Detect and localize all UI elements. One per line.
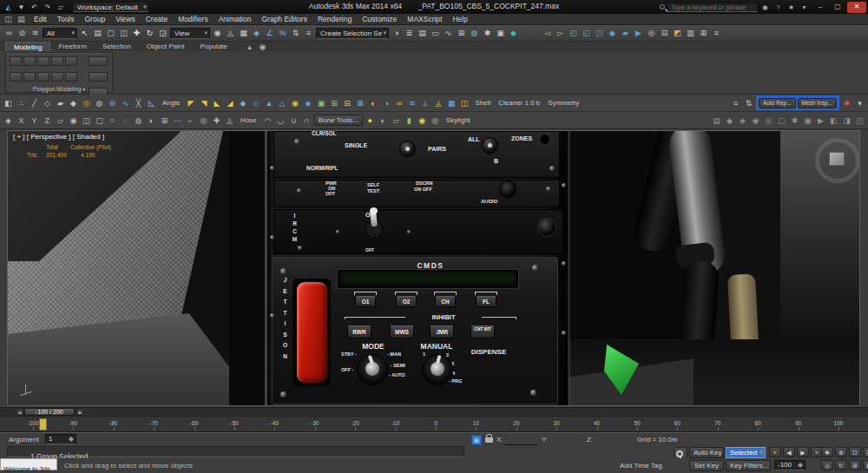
toolbar-overflow-icon[interactable]: ▾: [853, 96, 866, 110]
time-slider-handle[interactable]: -100 / 200: [24, 408, 75, 416]
bind-to-space-warp-icon[interactable]: ≋: [29, 26, 42, 40]
select-and-rotate-icon[interactable]: ↻: [143, 26, 156, 40]
select-by-half-icon[interactable]: ◫: [457, 96, 470, 110]
flip-normals-icon[interactable]: ⇅: [742, 96, 755, 110]
keyboard-override-icon[interactable]: ▦: [237, 26, 250, 40]
mirror-icon[interactable]: ◑: [390, 26, 403, 40]
sweep-tool-icon[interactable]: ◠: [261, 114, 274, 128]
edit-named-selection-sets-icon[interactable]: ≡: [302, 26, 315, 40]
fence-region-icon[interactable]: ▢: [93, 114, 106, 128]
swift-loop-icon[interactable]: ⊜: [106, 96, 119, 110]
lathe-tool-icon[interactable]: ∪: [287, 114, 300, 128]
redo-view-change-icon[interactable]: ▻: [554, 26, 567, 40]
quick-slice-icon[interactable]: ╳: [132, 96, 145, 110]
ribbon-tab-selection[interactable]: Selection: [95, 42, 139, 51]
effects-icon[interactable]: ✱: [788, 114, 801, 128]
massfx-world-icon[interactable]: ◳: [593, 26, 606, 40]
pan-view-button[interactable]: ✚: [821, 447, 833, 457]
rectangular-selection-region-icon[interactable]: ▢: [104, 26, 117, 40]
viewport-layout-button[interactable]: ▣: [863, 460, 868, 470]
redo-icon[interactable]: ↷: [41, 1, 54, 14]
render-production-icon[interactable]: ◆: [507, 26, 520, 40]
edge-subobject-button[interactable]: [23, 56, 36, 66]
previous-frame-button[interactable]: ◀: [783, 447, 795, 457]
menu-modifiers[interactable]: Modifiers: [173, 14, 213, 24]
systems-create-icon[interactable]: ◬: [223, 114, 236, 128]
polygon-subobject-button[interactable]: [51, 56, 63, 66]
key-filters-button[interactable]: Key Filters...: [726, 460, 771, 471]
extend-tool-icon[interactable]: ⊟: [340, 96, 353, 110]
symmetry-button[interactable]: Symmetry: [544, 99, 582, 107]
loft-tool-icon[interactable]: ◡: [274, 114, 287, 128]
bone-tools-button[interactable]: Bone Tools...: [314, 115, 363, 126]
select-by-name-icon[interactable]: ▤: [91, 26, 104, 40]
vertex-mode-icon[interactable]: ∴: [15, 96, 28, 110]
unlink-selection-icon[interactable]: ⊘: [16, 26, 29, 40]
menu-customize[interactable]: Customize: [357, 14, 402, 24]
argument-spinner[interactable]: 1: [45, 434, 76, 444]
display-floater-icon[interactable]: ▥: [684, 26, 697, 40]
relax-brush-icon[interactable]: ◉: [288, 96, 301, 110]
strips-tool-icon[interactable]: ≋: [405, 96, 418, 110]
massfx-mcloth-icon[interactable]: ▰: [619, 26, 632, 40]
grab-viewport-icon[interactable]: ◰: [853, 114, 866, 128]
animation-key-marker[interactable]: [39, 418, 47, 430]
render-setup-icon[interactable]: ✱: [481, 26, 494, 40]
perspective-viewport[interactable]: CLR/SOL SINGLE PAIRS ALL ZONES NORM/RIPL…: [7, 130, 860, 406]
align-normals-icon[interactable]: ≡: [729, 96, 742, 110]
exposure-control-icon[interactable]: ◎: [429, 114, 442, 128]
render-elements-icon[interactable]: ▤: [710, 114, 723, 128]
minimize-button[interactable]: –: [812, 2, 828, 13]
helpers-create-icon[interactable]: ✚: [210, 114, 223, 128]
viewcube-cube[interactable]: [829, 152, 845, 166]
topology-tool-icon[interactable]: ▦: [444, 96, 457, 110]
collapse-stack-button[interactable]: [65, 72, 77, 82]
edit-poly-mode-icon[interactable]: ◧: [2, 96, 15, 110]
auto-key-button[interactable]: Auto Key: [689, 447, 724, 458]
zoom-button[interactable]: ⊕: [835, 447, 847, 457]
branches-tool-icon[interactable]: ⊥: [418, 96, 431, 110]
border-subobject-button[interactable]: [37, 56, 49, 66]
edge-mode-icon[interactable]: ╱: [28, 96, 41, 110]
use-nurms-icon[interactable]: ◍: [93, 96, 106, 110]
shell-button[interactable]: Shell: [471, 99, 494, 107]
element-mode-icon[interactable]: ◆: [67, 96, 80, 110]
paint-region-icon[interactable]: ◍: [132, 114, 145, 128]
ribbon-tab-populate[interactable]: Populate: [192, 42, 235, 51]
time-slider-next-arrow[interactable]: ▶: [76, 408, 84, 416]
curve-editor-icon[interactable]: ∿: [442, 26, 455, 40]
angle-button[interactable]: Angle: [159, 99, 183, 107]
spread-brush-icon[interactable]: ◇: [249, 96, 262, 110]
manage-links-icon[interactable]: ⊞: [697, 26, 710, 40]
solve-surface-icon[interactable]: ◬: [431, 96, 444, 110]
menu-group[interactable]: Group: [80, 14, 111, 24]
current-frame-field[interactable]: -100: [774, 460, 806, 470]
use-soft-selection-button[interactable]: [37, 72, 49, 82]
track-bar[interactable]: -100-90-80-70-60-50-40-30-20-10010203040…: [0, 416, 868, 432]
snap-toggle-small-icon[interactable]: ◈: [2, 114, 15, 128]
radiosity-icon[interactable]: ◈: [736, 114, 749, 128]
pinch-brush-icon[interactable]: ◆: [236, 96, 249, 110]
ram-player-icon[interactable]: ▶: [814, 114, 827, 128]
extrude-spline-icon[interactable]: ∩: [300, 114, 313, 128]
axis-constraint-z-icon[interactable]: Z: [41, 114, 54, 128]
select-and-manipulate-icon[interactable]: ◬: [224, 26, 237, 40]
time-slider-track[interactable]: ◀ -100 / 200 ▶: [0, 407, 868, 416]
menu-maxscript[interactable]: MAXScript: [402, 14, 447, 24]
graphite-ribbon-toggle-icon[interactable]: ▭: [429, 26, 442, 40]
shaded-faces-button[interactable]: [51, 72, 63, 82]
maximize-button[interactable]: ▢: [830, 2, 845, 13]
favorites-icon[interactable]: ★: [785, 1, 798, 14]
undo-view-change-icon[interactable]: ◅: [541, 26, 554, 40]
crossing-mode-icon[interactable]: ◫: [80, 114, 93, 128]
axis-constraint-y-icon[interactable]: Y: [28, 114, 41, 128]
raytrace-settings-icon[interactable]: ◆: [723, 114, 736, 128]
spinner-snap-icon[interactable]: ⇅: [289, 26, 302, 40]
menu-tools[interactable]: Tools: [52, 14, 80, 24]
angle-snap-icon[interactable]: ∠: [263, 26, 276, 40]
polydraw-icon[interactable]: ▣: [314, 96, 327, 110]
time-slider-prev-arrow[interactable]: ◀: [16, 408, 23, 416]
set-key-button[interactable]: Set Key: [689, 460, 724, 471]
percent-snap-icon[interactable]: %: [276, 26, 289, 40]
hose-button[interactable]: Hose: [237, 116, 260, 124]
